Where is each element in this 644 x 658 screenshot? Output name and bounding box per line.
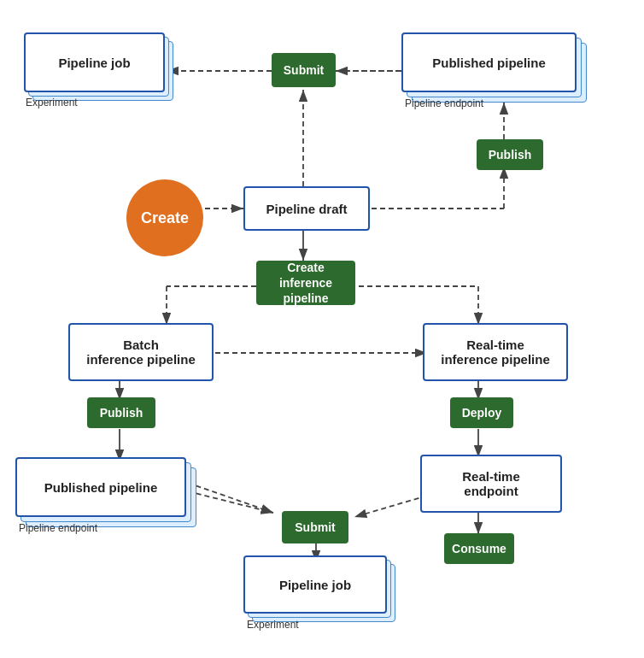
submit-top-button[interactable]: Submit (272, 53, 336, 87)
published-pipeline-bottom-container: Published pipeline Pipeline endpoint (15, 457, 203, 551)
realtime-endpoint-label: Real-time endpoint (462, 469, 520, 498)
published-pipeline-bottom-sublabel: Pipeline endpoint (19, 522, 97, 534)
diagram: Pipeline job Experiment Submit Published… (0, 0, 644, 658)
pipeline-job-bottom-sublabel: Experiment (247, 619, 299, 631)
publish-right-label: Publish (489, 148, 532, 162)
consume-label: Consume (452, 542, 506, 555)
pipeline-job-bottom-label: Pipeline job (279, 578, 351, 592)
pipeline-job-bottom-card: Pipeline job (243, 555, 387, 614)
realtime-endpoint-box: Real-time endpoint (420, 455, 562, 513)
submit-bottom-button[interactable]: Submit (282, 511, 348, 543)
pipeline-draft-label: Pipeline draft (266, 202, 347, 216)
submit-top-label: Submit (284, 63, 324, 77)
pipeline-job-top-sublabel: Experiment (26, 97, 78, 109)
consume-button[interactable]: Consume (444, 533, 514, 564)
svg-line-23 (354, 496, 427, 517)
publish-left-button[interactable]: Publish (87, 397, 155, 428)
deploy-button[interactable]: Deploy (450, 397, 513, 428)
realtime-inference-box: Real-time inference pipeline (423, 323, 568, 381)
published-pipeline-top-label: Published pipeline (432, 56, 546, 70)
pipeline-job-bottom-container: Pipeline job Experiment (243, 555, 401, 648)
create-inference-label: Create inference pipeline (256, 260, 355, 307)
published-pipeline-bottom-card: Published pipeline (15, 457, 186, 517)
pipeline-job-top-card: Pipeline job (24, 32, 165, 92)
submit-bottom-label: Submit (295, 520, 335, 534)
published-pipeline-bottom-label: Published pipeline (44, 480, 158, 495)
realtime-inference-label: Real-time inference pipeline (441, 338, 550, 367)
batch-inference-label: Batch inference pipeline (86, 338, 196, 367)
create-label: Create (141, 209, 189, 227)
published-pipeline-top-container: Published pipeline Pipeline endpoint (401, 32, 594, 126)
deploy-label: Deploy (462, 406, 502, 420)
publish-right-button[interactable]: Publish (477, 139, 543, 170)
batch-inference-box: Batch inference pipeline (68, 323, 214, 381)
create-circle[interactable]: Create (126, 179, 203, 256)
published-pipeline-top-sublabel: Pipeline endpoint (405, 97, 483, 109)
published-pipeline-top-card: Published pipeline (401, 32, 577, 92)
create-inference-button[interactable]: Create inference pipeline (256, 261, 355, 305)
pipeline-draft-box: Pipeline draft (243, 186, 370, 231)
pipeline-job-top-label: Pipeline job (58, 56, 130, 70)
publish-left-label: Publish (100, 406, 143, 420)
pipeline-job-top-container: Pipeline job Experiment (24, 32, 173, 118)
